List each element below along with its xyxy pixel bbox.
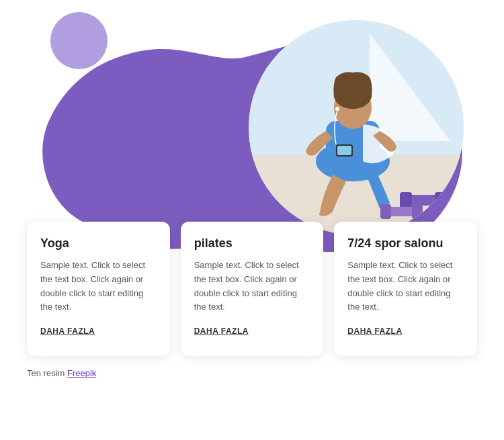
card-gym: 7/24 spor salonu Sample text. Click to s… [334, 222, 477, 356]
card-gym-title: 7/24 spor salonu [347, 236, 464, 251]
card-pilates-title: pilates [194, 236, 310, 251]
footer-prefix: Ten resim [27, 368, 67, 378]
card-gym-text: Sample text. Click to select the text bo… [347, 259, 464, 314]
card-yoga-text: Sample text. Click to select the text bo… [40, 259, 157, 314]
svg-rect-11 [400, 192, 412, 208]
hero-photo [249, 20, 464, 235]
card-pilates: pilates Sample text. Click to select the… [181, 222, 324, 356]
footer: Ten resim Freepik [0, 356, 504, 385]
page-wrapper: Yoga Sample text. Click to select the te… [0, 0, 504, 440]
card-yoga-title: Yoga [40, 236, 157, 251]
svg-point-9 [335, 107, 339, 111]
decorative-circle [50, 12, 108, 69]
cards-section: Yoga Sample text. Click to select the te… [0, 222, 504, 356]
card-yoga: Yoga Sample text. Click to select the te… [27, 222, 170, 356]
card-pilates-text: Sample text. Click to select the text bo… [194, 259, 310, 314]
card-gym-link[interactable]: DAHA FAZLA [347, 326, 464, 336]
svg-rect-8 [337, 146, 351, 155]
svg-rect-14 [380, 204, 391, 219]
card-pilates-link[interactable]: DAHA FAZLA [194, 326, 310, 336]
card-yoga-link[interactable]: DAHA FAZLA [40, 326, 157, 336]
footer-freepik-link[interactable]: Freepik [67, 368, 96, 378]
